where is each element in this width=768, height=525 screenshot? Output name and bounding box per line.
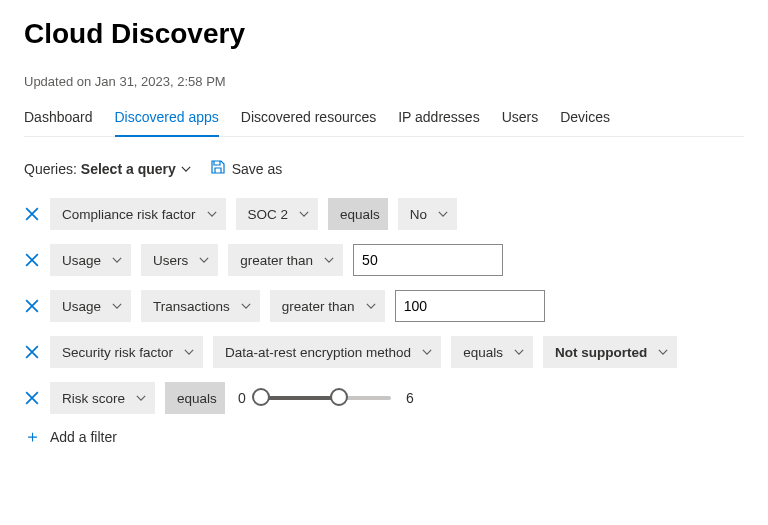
filter-value-select[interactable]: No — [398, 198, 457, 230]
tabs-bar: Dashboard Discovered apps Discovered res… — [24, 103, 744, 137]
filter-row: Compliance risk factor SOC 2 equals No — [24, 198, 744, 230]
remove-filter-button[interactable] — [24, 390, 40, 406]
tab-discovered-apps[interactable]: Discovered apps — [115, 103, 219, 137]
tab-dashboard[interactable]: Dashboard — [24, 103, 93, 137]
chevron-down-icon — [323, 254, 335, 266]
slider-thumb-min[interactable] — [252, 388, 270, 406]
chevron-down-icon — [240, 300, 252, 312]
add-filter-button[interactable]: ＋ Add a filter — [24, 428, 744, 445]
remove-filter-button[interactable] — [24, 252, 40, 268]
chevron-down-icon — [513, 346, 525, 358]
queries-row: Queries: Select a query Save as — [24, 159, 744, 178]
chevron-down-icon — [183, 346, 195, 358]
plus-icon: ＋ — [24, 428, 40, 445]
tab-devices[interactable]: Devices — [560, 103, 610, 137]
filter-sub-select[interactable]: Data-at-rest encryption method — [213, 336, 441, 368]
chevron-down-icon — [135, 392, 147, 404]
tab-discovered-resources[interactable]: Discovered resources — [241, 103, 376, 137]
save-icon — [210, 159, 226, 178]
filter-operator-select[interactable]: greater than — [228, 244, 343, 276]
chevron-down-icon — [111, 254, 123, 266]
chevron-down-icon — [111, 300, 123, 312]
filter-row: Security risk factor Data-at-rest encryp… — [24, 336, 744, 368]
remove-filter-button[interactable] — [24, 298, 40, 314]
updated-timestamp: Updated on Jan 31, 2023, 2:58 PM — [24, 74, 744, 89]
filter-category-select[interactable]: Usage — [50, 244, 131, 276]
queries-select[interactable]: Select a query — [81, 161, 192, 177]
filter-operator-select[interactable]: greater than — [270, 290, 385, 322]
filter-operator-select[interactable]: equals — [328, 198, 388, 230]
filter-sub-select[interactable]: SOC 2 — [236, 198, 319, 230]
chevron-down-icon — [365, 300, 377, 312]
filter-row: Usage Users greater than — [24, 244, 744, 276]
filter-value-input[interactable] — [353, 244, 503, 276]
filter-sub-select[interactable]: Transactions — [141, 290, 260, 322]
filter-category-select[interactable]: Security risk factor — [50, 336, 203, 368]
chevron-down-icon — [657, 346, 669, 358]
risk-score-slider[interactable]: 0 6 — [235, 388, 417, 408]
chevron-down-icon — [298, 208, 310, 220]
save-as-button[interactable]: Save as — [210, 159, 283, 178]
filter-category-select[interactable]: Usage — [50, 290, 131, 322]
chevron-down-icon — [437, 208, 449, 220]
filter-value-select[interactable]: Not supported — [543, 336, 677, 368]
filter-sub-select[interactable]: Users — [141, 244, 218, 276]
chevron-down-icon — [198, 254, 210, 266]
queries-label: Queries: — [24, 161, 77, 177]
slider-thumb-max[interactable] — [330, 388, 348, 406]
slider-min-value: 0 — [235, 390, 249, 406]
remove-filter-button[interactable] — [24, 206, 40, 222]
filter-value-input[interactable] — [395, 290, 545, 322]
page-title: Cloud Discovery — [24, 18, 744, 50]
slider-max-value: 6 — [403, 390, 417, 406]
filter-operator-select[interactable]: equals — [165, 382, 225, 414]
chevron-down-icon — [206, 208, 218, 220]
tab-ip-addresses[interactable]: IP addresses — [398, 103, 479, 137]
chevron-down-icon — [180, 163, 192, 175]
filter-row: Risk score equals 0 6 — [24, 382, 744, 414]
tab-users[interactable]: Users — [502, 103, 539, 137]
chevron-down-icon — [421, 346, 433, 358]
filter-category-select[interactable]: Compliance risk factor — [50, 198, 226, 230]
remove-filter-button[interactable] — [24, 344, 40, 360]
filter-row: Usage Transactions greater than — [24, 290, 744, 322]
filter-operator-select[interactable]: equals — [451, 336, 533, 368]
filter-category-select[interactable]: Risk score — [50, 382, 155, 414]
